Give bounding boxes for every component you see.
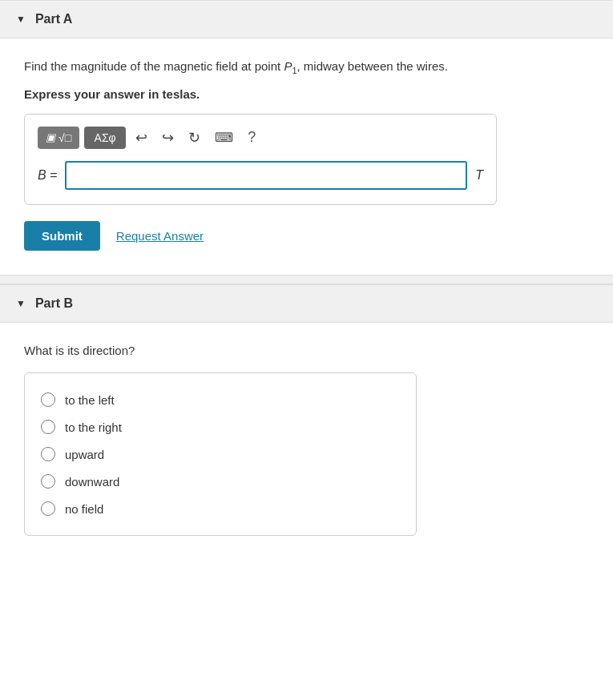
part-b-header[interactable]: ▼ Part B bbox=[0, 284, 613, 323]
chevron-down-icon: ▼ bbox=[16, 14, 26, 25]
answer-box: ▣ √□ ΑΣφ ↩ ↪ ↻ ⌨ ? B = T bbox=[24, 114, 497, 205]
list-item: to the right bbox=[41, 413, 400, 441]
request-answer-button[interactable]: Request Answer bbox=[116, 229, 204, 243]
part-b-title: Part B bbox=[35, 296, 73, 311]
part-a-body: Find the magnitude of the magnetic field… bbox=[0, 38, 613, 275]
help-button[interactable]: ? bbox=[243, 126, 260, 149]
input-row: B = T bbox=[38, 161, 483, 190]
redo-button[interactable]: ↪ bbox=[157, 126, 179, 150]
part-a-title: Part A bbox=[35, 12, 73, 26]
keyboard-button[interactable]: ⌨ bbox=[210, 127, 238, 148]
part-b-body: What is its direction? to the left to th… bbox=[0, 323, 613, 561]
radio-upward-label[interactable]: upward bbox=[65, 448, 104, 461]
list-item: upward bbox=[41, 441, 400, 468]
radio-left-label[interactable]: to the left bbox=[65, 393, 115, 407]
part-a-header[interactable]: ▼ Part A bbox=[0, 0, 613, 38]
radio-no-field[interactable] bbox=[41, 501, 55, 516]
greek-symbols-button[interactable]: ΑΣφ bbox=[84, 127, 126, 149]
math-templates-button[interactable]: ▣ √□ bbox=[38, 127, 79, 149]
radio-right-label[interactable]: to the right bbox=[65, 420, 122, 434]
express-label: Express your answer in teslas. bbox=[24, 87, 589, 101]
radio-downward-label[interactable]: downward bbox=[65, 475, 119, 489]
radio-left[interactable] bbox=[41, 392, 55, 407]
submit-button[interactable]: Submit bbox=[24, 221, 100, 251]
radio-right[interactable] bbox=[41, 420, 55, 434]
chevron-down-icon-b: ▼ bbox=[16, 298, 26, 309]
radio-upward[interactable] bbox=[41, 447, 55, 461]
part-a-question: Find the magnitude of the magnetic field… bbox=[24, 58, 589, 78]
list-item: no field bbox=[41, 495, 400, 522]
toolbar: ▣ √□ ΑΣφ ↩ ↪ ↻ ⌨ ? bbox=[38, 126, 483, 150]
action-row: Submit Request Answer bbox=[24, 221, 589, 251]
undo-button[interactable]: ↩ bbox=[131, 126, 152, 150]
radio-downward[interactable] bbox=[41, 474, 55, 489]
part-b-question: What is its direction? bbox=[24, 342, 589, 360]
refresh-button[interactable]: ↻ bbox=[183, 126, 205, 150]
unit-label: T bbox=[475, 168, 483, 183]
list-item: downward bbox=[41, 468, 400, 495]
radio-options-box: to the left to the right upward downward… bbox=[24, 372, 417, 536]
input-label: B = bbox=[38, 168, 57, 183]
answer-input[interactable] bbox=[65, 161, 467, 190]
separator bbox=[0, 275, 613, 284]
radio-no-field-label[interactable]: no field bbox=[65, 502, 103, 516]
list-item: to the left bbox=[41, 386, 400, 413]
